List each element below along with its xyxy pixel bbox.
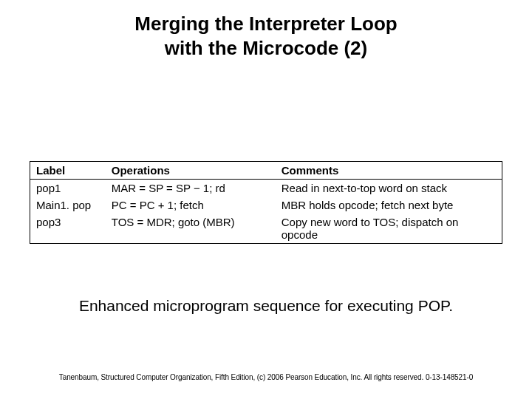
slide: Merging the Interpreter Loop with the Mi… <box>0 0 532 399</box>
cell-ops: MAR = SP = SP − 1; rd <box>106 180 276 197</box>
header-label: Label <box>30 162 106 180</box>
cell-label: Main1. pop <box>30 197 106 214</box>
header-comments: Comments <box>276 162 502 180</box>
cell-comments: Copy new word to TOS; dispatch on opcode <box>276 214 502 244</box>
slide-footer: Tanenbaum, Structured Computer Organizat… <box>0 373 532 381</box>
table-row: Main1. pop PC = PC + 1; fetch MBR holds … <box>30 197 502 214</box>
cell-ops: PC = PC + 1; fetch <box>106 197 276 214</box>
microcode-table: Label Operations Comments pop1 MAR = SP … <box>30 161 502 244</box>
title-line-1: Merging the Interpreter Loop <box>134 13 397 35</box>
microcode-table-wrap: Label Operations Comments pop1 MAR = SP … <box>30 161 502 244</box>
header-operations: Operations <box>106 162 276 180</box>
cell-comments: Read in next-to-top word on stack <box>276 180 502 197</box>
cell-label: pop3 <box>30 214 106 244</box>
slide-title: Merging the Interpreter Loop with the Mi… <box>0 0 532 60</box>
slide-caption: Enhanced microprogram sequence for execu… <box>0 297 532 315</box>
cell-comments: MBR holds opcode; fetch next byte <box>276 197 502 214</box>
table-header-row: Label Operations Comments <box>30 162 502 180</box>
cell-ops: TOS = MDR; goto (MBR) <box>106 214 276 244</box>
cell-label: pop1 <box>30 180 106 197</box>
table-row: pop3 TOS = MDR; goto (MBR) Copy new word… <box>30 214 502 244</box>
table-row: pop1 MAR = SP = SP − 1; rd Read in next-… <box>30 180 502 197</box>
title-line-2: with the Microcode (2) <box>165 37 367 59</box>
